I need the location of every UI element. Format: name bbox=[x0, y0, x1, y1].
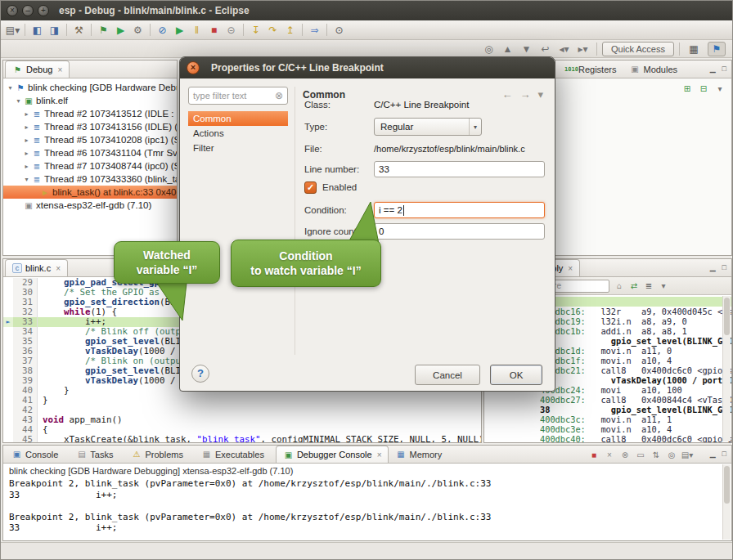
instruction-pointer-icon[interactable] bbox=[3, 435, 13, 442]
debug-tree-item-thread-6-1073431104-tmr-svc-s[interactable]: ▸ ≣ Thread #6 1073431104 (Tmr Svc) (S bbox=[3, 146, 177, 159]
twisty-icon[interactable]: ▾ bbox=[14, 97, 23, 105]
console-output[interactable]: Breakpoint 2, blink_task (pvParameter=0x… bbox=[3, 477, 731, 535]
tab-memory[interactable]: ▦ Memory bbox=[389, 446, 453, 463]
debug-tree-item-xtensa-esp32-elf-gdb-7-10[interactable]: ▣ xtensa-esp32-elf-gdb (7.10) bbox=[3, 199, 177, 212]
enabled-checkbox[interactable]: ✓ bbox=[304, 181, 317, 194]
toolbar-icon-debug[interactable]: ⚑ bbox=[95, 22, 112, 38]
toolbar-icon[interactable] bbox=[21, 22, 29, 38]
instruction-pointer-icon[interactable] bbox=[3, 307, 13, 317]
scrollbar[interactable] bbox=[722, 296, 731, 441]
instruction-pointer-icon[interactable] bbox=[3, 376, 13, 386]
close-icon[interactable]: × bbox=[377, 450, 382, 459]
dialog-close-button[interactable]: × bbox=[187, 61, 200, 74]
debug-tree-item-blink-elf[interactable]: ▾ ▣ blink.elf bbox=[3, 94, 177, 107]
disassembly-tool-show-source[interactable]: ≣ bbox=[642, 280, 655, 293]
instruction-pointer-icon[interactable] bbox=[3, 288, 13, 298]
toolbar-icon-instruction-stepping[interactable]: ⇒ bbox=[306, 22, 323, 38]
toolbar-icon-suspend[interactable]: ‖ bbox=[188, 22, 205, 38]
console-tool-scroll-lock[interactable]: ⇅ bbox=[650, 448, 663, 461]
toolbar-icon-external-tools[interactable]: ⚙ bbox=[129, 22, 146, 38]
tab-modules[interactable]: ▣ Modules bbox=[623, 60, 684, 78]
forward-icon[interactable]: → bbox=[519, 88, 530, 101]
toolbar-icon[interactable] bbox=[146, 22, 154, 38]
maximize-icon[interactable]: □ bbox=[722, 263, 726, 271]
console-tool-pin-console[interactable]: ◎ bbox=[665, 448, 678, 461]
disassembly-tool-home[interactable]: ⌂ bbox=[613, 280, 626, 293]
minimize-icon[interactable]: ▁ bbox=[710, 450, 716, 458]
close-icon[interactable]: × bbox=[568, 264, 573, 273]
dialog-nav-item-common[interactable]: Common bbox=[188, 111, 288, 126]
close-icon[interactable]: × bbox=[56, 264, 61, 273]
toolbar-icon-resume[interactable]: ▶ bbox=[171, 22, 188, 38]
filter-input[interactable]: type filter text ⊗ bbox=[188, 87, 288, 105]
disassembly-tool-sync-active-context[interactable]: ⇄ bbox=[627, 280, 641, 293]
toolbar-icon[interactable] bbox=[63, 22, 70, 38]
debug-perspective-icon[interactable]: ⚑ bbox=[708, 42, 726, 56]
debug-tree-item-thread-5-1073410208-ipc1-susp[interactable]: ▸ ≣ Thread #5 1073410208 (ipc1) (Susp bbox=[3, 133, 177, 146]
scrollbar[interactable] bbox=[722, 464, 731, 540]
console-tool-display-selected-console[interactable]: ▤▾ bbox=[681, 448, 694, 461]
close-icon[interactable]: × bbox=[57, 65, 62, 74]
registers-tool-add-register-group[interactable]: ⊞ bbox=[681, 82, 694, 95]
instruction-pointer-icon[interactable] bbox=[3, 298, 13, 307]
instruction-pointer-icon[interactable] bbox=[3, 337, 13, 347]
twisty-icon[interactable]: ▸ bbox=[22, 150, 31, 157]
clear-filter-icon[interactable]: ⊗ bbox=[275, 90, 283, 101]
twisty-icon[interactable]: ▸ bbox=[22, 110, 31, 118]
back-icon[interactable]: ← bbox=[501, 88, 512, 101]
instruction-pointer-icon[interactable] bbox=[3, 347, 13, 356]
minimize-icon[interactable]: ▁ bbox=[710, 263, 716, 271]
toolbar-icon-build[interactable]: ⚒ bbox=[70, 22, 88, 38]
toolbar-icon-step-into[interactable]: ↧ bbox=[247, 22, 264, 38]
console-tool-remove-all-terminated[interactable]: ⊗ bbox=[618, 448, 632, 461]
view-menu-icon[interactable]: ▾ bbox=[537, 88, 543, 101]
tab-executables[interactable]: ▦ Executables bbox=[195, 446, 276, 463]
nav-icon-back-history[interactable]: ◂▾ bbox=[555, 41, 573, 57]
instruction-pointer-icon[interactable] bbox=[3, 366, 13, 376]
debug-tree-item-thread-3-1073413156-idle-susp[interactable]: ▸ ≣ Thread #3 1073413156 (IDLE) (Susp bbox=[3, 120, 177, 133]
toolbar-icon[interactable] bbox=[88, 22, 95, 38]
debug-tree-item-thread-2-1073413512-idle-runn[interactable]: ▸ ≣ Thread #2 1073413512 (IDLE : Runn bbox=[3, 107, 177, 120]
minimize-icon[interactable]: ▁ bbox=[710, 65, 716, 73]
toolbar-icon[interactable] bbox=[240, 22, 247, 38]
condition-input[interactable]: i == 2 bbox=[374, 202, 545, 218]
tab-registers[interactable]: 1010 Registers bbox=[558, 60, 623, 78]
instruction-pointer-icon[interactable] bbox=[3, 386, 13, 396]
registers-tool-view-menu[interactable]: ▾ bbox=[713, 82, 726, 95]
toolbar-icon-search[interactable]: ⊙ bbox=[331, 22, 348, 38]
toolbar-icon[interactable] bbox=[323, 22, 331, 38]
debug-tree-item-thread-7-1073408744-ipc0-susp[interactable]: ▸ ≣ Thread #7 1073408744 (ipc0) (Susp bbox=[3, 159, 177, 172]
toolbar-icon-run[interactable]: ▶ bbox=[112, 22, 129, 38]
window-maximize-button[interactable]: + bbox=[38, 5, 49, 16]
toolbar-icon-save-all[interactable]: ◨ bbox=[46, 22, 63, 38]
twisty-icon[interactable]: ▾ bbox=[22, 176, 31, 183]
instruction-pointer-icon[interactable] bbox=[3, 405, 13, 415]
tab-blink-c[interactable]: c blink.c × bbox=[5, 259, 68, 276]
dialog-nav-item-filter[interactable]: Filter bbox=[188, 141, 288, 155]
tab-debug[interactable]: ⚑ Debug × bbox=[5, 60, 70, 78]
dialog-nav-item-actions[interactable]: Actions bbox=[188, 126, 288, 141]
toolbar-icon-disconnect[interactable]: ⊝ bbox=[223, 22, 240, 38]
tab-console[interactable]: ▣ Console bbox=[5, 446, 70, 463]
toolbar-icon[interactable] bbox=[299, 22, 306, 38]
twisty-icon[interactable]: ▸ bbox=[22, 123, 31, 131]
maximize-icon[interactable]: □ bbox=[722, 450, 726, 458]
type-select[interactable]: Regular ▾ bbox=[374, 118, 482, 136]
ok-button[interactable]: OK bbox=[490, 365, 542, 385]
instruction-pointer-icon[interactable] bbox=[3, 425, 13, 435]
tab-debugger-console[interactable]: ▣ Debugger Console × bbox=[276, 446, 389, 463]
tab-tasks[interactable]: ▤ Tasks bbox=[70, 446, 124, 463]
instruction-pointer-icon[interactable] bbox=[3, 278, 13, 288]
nav-icon-last-edit-location[interactable]: ↩ bbox=[537, 41, 554, 57]
twisty-icon[interactable]: ▾ bbox=[6, 84, 15, 92]
nav-icon-pin-editor[interactable]: ◎ bbox=[480, 41, 497, 57]
resource-perspective-icon[interactable]: ▦ bbox=[685, 42, 703, 56]
toolbar-icon-step-over[interactable]: ↷ bbox=[264, 22, 281, 38]
instruction-pointer-icon[interactable] bbox=[3, 415, 13, 425]
toolbar-icon-save[interactable]: ◧ bbox=[29, 22, 46, 38]
toolbar-icon-skip-all-breakpoints[interactable]: ⊘ bbox=[154, 22, 171, 38]
scrollbar-thumb[interactable] bbox=[724, 298, 730, 335]
nav-icon-previous-annotation[interactable]: ▲ bbox=[499, 41, 516, 57]
twisty-icon[interactable]: ▸ bbox=[22, 137, 31, 144]
cancel-button[interactable]: Cancel bbox=[415, 365, 480, 385]
